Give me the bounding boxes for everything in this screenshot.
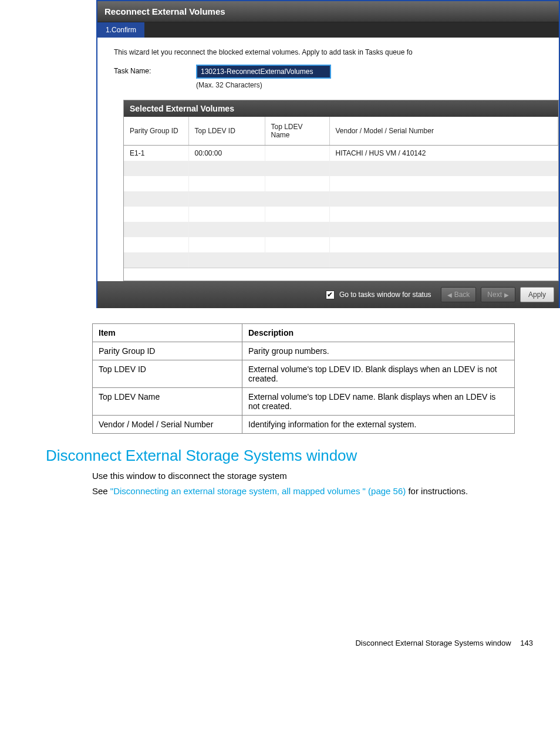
task-name-label: Task Name:: [114, 65, 196, 75]
desc-row: Parity Group IDParity group numbers.: [93, 342, 515, 360]
desc-col-item: Item: [93, 324, 242, 342]
col-top-ldev-id[interactable]: Top LDEV ID: [188, 117, 265, 146]
table-cell: [329, 207, 558, 222]
selected-volumes-table: Parity Group ID Top LDEV ID Top LDEV Nam…: [124, 117, 558, 268]
table-cell: [329, 191, 558, 207]
chevron-right-icon: ▶: [504, 292, 509, 298]
desc-item: Top LDEV ID: [93, 360, 242, 388]
desc-description: Parity group numbers.: [242, 342, 515, 360]
table-row[interactable]: [124, 207, 558, 222]
table-cell: [124, 191, 188, 207]
table-row[interactable]: [124, 237, 558, 252]
table-cell: [188, 252, 265, 268]
table-row[interactable]: [124, 176, 558, 191]
table-cell: [329, 222, 558, 237]
col-parity-group[interactable]: Parity Group ID: [124, 117, 188, 146]
table-cell: [188, 191, 265, 207]
table-row[interactable]: [124, 161, 558, 176]
table-cell: [265, 146, 329, 161]
body-line-2-post: for instructions.: [406, 486, 468, 496]
wizard-footer: ✔ Go to tasks window for status ◀ Back N…: [97, 281, 559, 308]
window-title: Reconnect External Volumes: [104, 6, 225, 16]
table-cell: HITACHI / HUS VM / 410142: [329, 146, 558, 161]
table-cell: [265, 237, 329, 252]
desc-item: Vendor / Model / Serial Number: [93, 416, 242, 434]
body-line-2: See "Disconnecting an external storage s…: [92, 485, 560, 498]
back-button-label: Back: [454, 291, 470, 299]
desc-item: Top LDEV Name: [93, 388, 242, 416]
desc-col-description: Description: [242, 324, 515, 342]
table-row[interactable]: [124, 222, 558, 237]
selected-volumes-title: Selected External Volumes: [124, 100, 558, 117]
desc-row: Top LDEV NameExternal volume's top LDEV …: [93, 388, 515, 416]
table-cell: [265, 191, 329, 207]
table-cell: [265, 207, 329, 222]
table-cell: [188, 222, 265, 237]
table-cell: [124, 207, 188, 222]
chevron-left-icon: ◀: [447, 292, 452, 298]
selected-volumes-panel: Selected External Volumes Parity Group I…: [123, 100, 559, 281]
page-number: 143: [520, 639, 533, 647]
desc-row: Vendor / Model / Serial NumberIdentifyin…: [93, 416, 515, 434]
body-line-2-pre: See: [92, 486, 110, 496]
next-button-label: Next: [487, 291, 502, 299]
table-cell: [188, 176, 265, 191]
tab-confirm[interactable]: 1.Confirm: [97, 22, 144, 38]
wizard-window: Reconnect External Volumes 1.Confirm Thi…: [96, 0, 560, 308]
wizard-intro-text: This wizard let you reconnect the blocke…: [97, 38, 559, 61]
table-cell: [265, 222, 329, 237]
task-name-hint: (Max. 32 Characters): [196, 79, 331, 89]
table-row[interactable]: [124, 252, 558, 268]
section-heading: Disconnect External Storage Systems wind…: [46, 447, 560, 465]
desc-description: External volume's top LDEV name. Blank d…: [242, 388, 515, 416]
table-cell: [124, 252, 188, 268]
back-button[interactable]: ◀ Back: [441, 287, 477, 302]
table-cell: [265, 176, 329, 191]
apply-button[interactable]: Apply: [520, 287, 554, 302]
table-cell: [329, 252, 558, 268]
description-table: Item Description Parity Group IDParity g…: [92, 323, 515, 434]
table-cell: [124, 222, 188, 237]
col-vendor-model-serial[interactable]: Vendor / Model / Serial Number: [329, 117, 558, 146]
wizard-tabbar: 1.Confirm: [97, 22, 559, 38]
task-name-input[interactable]: [196, 65, 331, 79]
page-footer: Disconnect External Storage Systems wind…: [0, 639, 560, 665]
apply-button-label: Apply: [528, 291, 546, 299]
table-cell: [329, 237, 558, 252]
table-row[interactable]: E1-100:00:00HITACHI / HUS VM / 410142: [124, 146, 558, 161]
desc-row: Top LDEV IDExternal volume's top LDEV ID…: [93, 360, 515, 388]
table-row[interactable]: [124, 191, 558, 207]
table-cell: [329, 161, 558, 176]
table-cell: 00:00:00: [188, 146, 265, 161]
table-footer-blank: [124, 268, 558, 281]
table-cell: [329, 176, 558, 191]
table-cell: [124, 161, 188, 176]
table-cell: [188, 237, 265, 252]
table-cell: [124, 176, 188, 191]
table-header-row: Parity Group ID Top LDEV ID Top LDEV Nam…: [124, 117, 558, 146]
table-cell: [265, 252, 329, 268]
body-line-1: Use this window to disconnect the storag…: [92, 470, 560, 482]
goto-tasks-checkbox[interactable]: ✔: [326, 291, 335, 299]
table-cell: [188, 161, 265, 176]
table-cell: [188, 207, 265, 222]
cross-reference-link[interactable]: "Disconnecting an external storage syste…: [110, 486, 406, 496]
table-cell: [265, 161, 329, 176]
table-cell: E1-1: [124, 146, 188, 161]
next-button[interactable]: Next ▶: [481, 287, 515, 302]
footer-title: Disconnect External Storage Systems wind…: [355, 639, 511, 647]
table-cell: [124, 237, 188, 252]
window-titlebar: Reconnect External Volumes: [97, 1, 559, 22]
desc-description: Identifying information for the external…: [242, 416, 515, 434]
desc-description: External volume's top LDEV ID. Blank dis…: [242, 360, 515, 388]
col-top-ldev-name[interactable]: Top LDEV Name: [265, 117, 329, 146]
desc-item: Parity Group ID: [93, 342, 242, 360]
goto-tasks-label: Go to tasks window for status: [339, 291, 431, 299]
